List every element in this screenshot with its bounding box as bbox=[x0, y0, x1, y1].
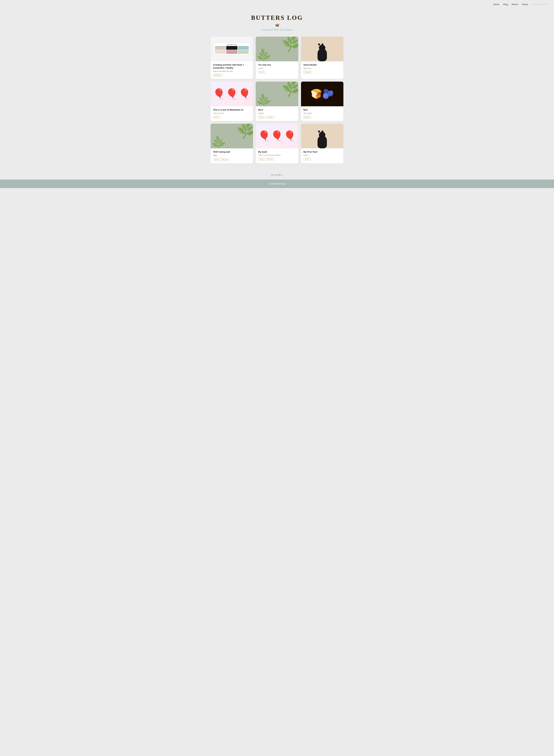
nav-works[interactable]: Works bbox=[512, 3, 518, 6]
card-title: Try new one bbox=[258, 63, 296, 66]
card-tag[interactable]: TEST bbox=[258, 158, 265, 160]
card-tags: TEST bbox=[303, 158, 341, 160]
site-footer: © 2020 ButtersLog bbox=[0, 180, 554, 188]
card-description: This is my 2nd test! Hollar!! bbox=[258, 154, 296, 156]
card-tag[interactable]: TEST bbox=[258, 116, 265, 118]
card-description: Hollar! bbox=[258, 112, 296, 114]
card-title: About Butter bbox=[303, 63, 341, 66]
card-body: Creating portfolio with Nuxt × Contentfu… bbox=[211, 61, 253, 79]
card-description: This is a test bbox=[213, 112, 251, 114]
site-title: BUTTERS LOG bbox=[0, 14, 554, 21]
card-title: No4 bbox=[303, 108, 341, 111]
card-item[interactable]: TEST doing well植物TESTBLOG bbox=[211, 124, 253, 163]
card-image-plants bbox=[211, 124, 253, 148]
card-item[interactable]: 🍞🫐No44th modelBLOG bbox=[301, 82, 343, 121]
card-tag[interactable]: TEST bbox=[303, 158, 311, 160]
card-tag[interactable]: BLOG bbox=[266, 158, 274, 160]
card-tags: WORKS bbox=[213, 74, 251, 77]
card-tag[interactable]: ABOUT bbox=[303, 71, 312, 73]
card-image-balloons: 🎈🎈🎈 bbox=[256, 124, 298, 148]
card-item[interactable]: No.5Hollar!TESTBLOG bbox=[256, 82, 298, 121]
card-image-bear bbox=[301, 124, 343, 148]
card-item[interactable]: BUTTERS LOG Creating portfolio with Nuxt… bbox=[211, 37, 253, 79]
card-description: 4th model bbox=[303, 112, 341, 114]
card-image-balloons: 🎈🎈🎈 bbox=[211, 82, 253, 106]
card-tag[interactable]: WORKS bbox=[213, 74, 222, 77]
no-results-text: No results :( bbox=[0, 170, 554, 180]
card-tags: TESTBLOG bbox=[258, 116, 296, 118]
card-tag[interactable]: TEST bbox=[213, 116, 220, 118]
card-image-bear bbox=[301, 37, 343, 61]
card-title: TEST doing well bbox=[213, 150, 251, 153]
hero-section: BUTTERS LOG 🦋 Frontend Web Developer bbox=[0, 7, 554, 37]
card-title: Creating portfolio with Nuxt × Contentfu… bbox=[213, 63, 251, 69]
card-image-screenshot: BUTTERS LOG bbox=[211, 37, 253, 61]
card-tag[interactable]: BLOG bbox=[303, 116, 311, 118]
card-grid: BUTTERS LOG Creating portfolio with Nuxt… bbox=[207, 37, 347, 170]
card-tags: TESTBLOG bbox=[213, 158, 251, 161]
footer-copyright: © 2020 ButtersLog bbox=[269, 183, 285, 185]
card-body: My test2This is my 2nd test! Hollar!!TES… bbox=[256, 148, 298, 163]
card-body: This is a test of Markdown it!This is a … bbox=[211, 106, 253, 121]
card-title: This is a test of Markdown it! bbox=[213, 108, 251, 111]
card-title: My test2 bbox=[258, 150, 296, 153]
card-image-plants bbox=[256, 37, 298, 61]
card-tag[interactable]: TEST bbox=[258, 71, 265, 73]
navbar: Home Blog Works About bbox=[0, 0, 554, 7]
card-body: My First Test!How ?TEST bbox=[301, 148, 343, 163]
card-image-food: 🍞🫐 bbox=[301, 82, 343, 106]
card-tags: TEST bbox=[213, 116, 251, 118]
card-description: yeah? bbox=[258, 67, 296, 69]
nav-blog[interactable]: Blog bbox=[503, 3, 508, 6]
card-body: Try new oneyeah?TEST bbox=[256, 61, 298, 76]
card-body: TEST doing well植物TESTBLOG bbox=[211, 148, 253, 163]
card-tag[interactable]: BLOG bbox=[266, 116, 274, 118]
nav-about[interactable]: About bbox=[522, 3, 528, 6]
card-body: No.5Hollar!TESTBLOG bbox=[256, 106, 298, 121]
card-description: How to develop this site. bbox=[213, 70, 251, 72]
card-tags: ABOUT bbox=[303, 71, 341, 73]
card-item[interactable]: 🎈🎈🎈This is a test of Markdown it!This is… bbox=[211, 82, 253, 121]
card-item[interactable]: Try new oneyeah?TEST bbox=[256, 37, 298, 79]
card-description: About me bbox=[303, 67, 341, 69]
card-body: About ButterAbout meABOUT bbox=[301, 61, 343, 76]
nav-home[interactable]: Home bbox=[493, 3, 500, 6]
card-body: No44th modelBLOG bbox=[301, 106, 343, 121]
card-item[interactable]: 🎈🎈🎈My test2This is my 2nd test! Hollar!!… bbox=[256, 124, 298, 163]
card-tags: TEST bbox=[258, 71, 296, 73]
card-tag[interactable]: TEST bbox=[213, 158, 220, 161]
card-tags: BLOG bbox=[303, 116, 341, 118]
hero-subtitle: Frontend Web Developer bbox=[0, 28, 554, 32]
card-title: My First Test! bbox=[303, 150, 341, 153]
card-item[interactable]: About ButterAbout meABOUT bbox=[301, 37, 343, 79]
card-description: 植物 bbox=[213, 154, 251, 157]
card-tag[interactable]: BLOG bbox=[221, 158, 229, 161]
card-item[interactable]: My First Test!How ?TEST bbox=[301, 124, 343, 163]
card-tags: TESTBLOG bbox=[258, 158, 296, 160]
hero-icon: 🦋 bbox=[0, 23, 554, 28]
card-title: No.5 bbox=[258, 108, 296, 111]
card-description: How ? bbox=[303, 154, 341, 156]
card-image-plants bbox=[256, 82, 298, 106]
